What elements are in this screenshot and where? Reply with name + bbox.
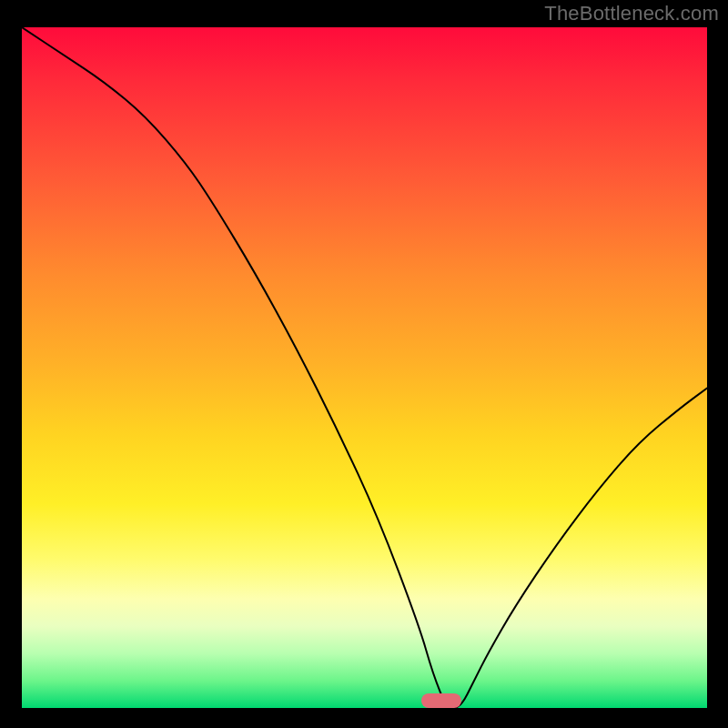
optimal-range-marker	[421, 693, 461, 708]
plot-area	[22, 27, 707, 708]
watermark-text: TheBottleneck.com	[544, 2, 719, 25]
bottleneck-curve	[22, 27, 707, 708]
chart-container: TheBottleneck.com	[0, 0, 728, 728]
